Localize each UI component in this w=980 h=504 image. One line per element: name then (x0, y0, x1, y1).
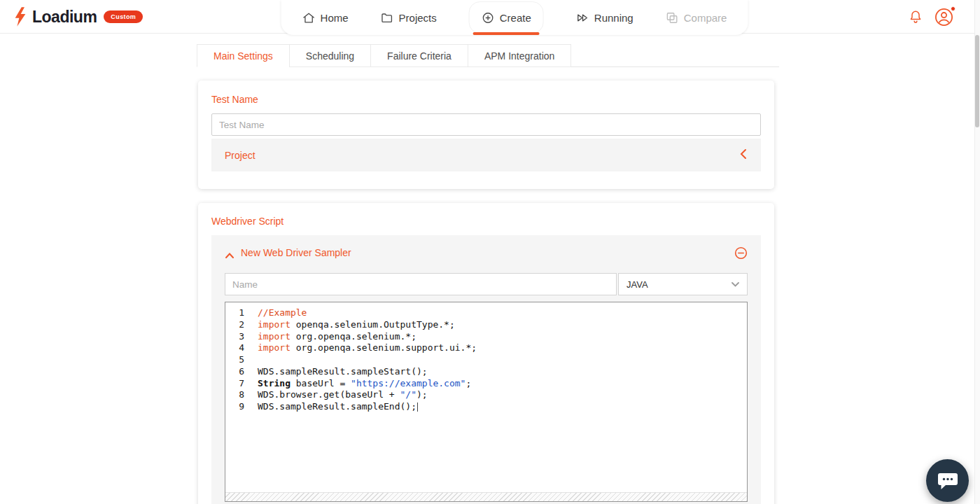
notification-dot (951, 6, 955, 11)
tab-failure-criteria[interactable]: Failure Criteria (370, 44, 468, 67)
overlap-squares-icon (666, 11, 679, 24)
notifications-button[interactable] (908, 9, 923, 24)
code-token-comment: //Example (258, 307, 307, 318)
code-token-type: String (258, 378, 290, 388)
code-token-keyword: import (258, 331, 290, 342)
line-number: 3 (225, 331, 244, 343)
test-name-input[interactable] (211, 113, 761, 136)
code-token-keyword: import (258, 342, 290, 353)
nav-item-home[interactable]: Home (302, 1, 349, 34)
line-number: 2 (225, 319, 244, 331)
sampler-name-input[interactable] (225, 273, 617, 295)
folder-icon (381, 11, 394, 24)
loadium-logo-icon (13, 6, 28, 27)
nav-label: Running (594, 12, 634, 24)
code-line: 3import org.openqa.selenium.*; (225, 331, 747, 343)
code-line-content: //Example (258, 307, 307, 319)
code-token-string: "/" (400, 389, 416, 400)
code-line: 8WDS.browser.get(baseUrl + "/"); (225, 389, 747, 401)
sampler-header: New Web Driver Sampler (225, 244, 748, 262)
code-line-content: WDS.browser.get(baseUrl + "/"); (258, 389, 428, 401)
user-menu-button[interactable] (934, 8, 953, 27)
editor-resize-handle[interactable] (225, 492, 747, 501)
chevron-left-icon (739, 148, 748, 162)
brand-name: Loadium (32, 8, 97, 27)
language-selected-value: JAVA (626, 279, 648, 290)
project-label: Project (225, 150, 255, 161)
page: Loadium Custom Home Projects Create Runn… (0, 0, 980, 504)
line-number: 7 (225, 378, 244, 390)
text-cursor (417, 402, 418, 412)
tab-apm-integration[interactable]: APM Integration (468, 44, 571, 67)
code-token-plain: org.openqa.selenium.support.ui.*; (290, 342, 477, 353)
plus-circle-icon (482, 11, 495, 24)
chat-launcher-button[interactable] (926, 459, 969, 502)
page-scrollbar (974, 0, 980, 504)
nav-item-create[interactable]: Create (469, 1, 544, 34)
nav-item-projects[interactable]: Projects (381, 1, 437, 34)
code-editor[interactable]: 1//Example2import openqa.selenium.Output… (225, 302, 748, 502)
code-line-content: WDS.sampleResult.sampleStart(); (258, 366, 428, 378)
code-line-content: import openqa.selenium.OutputType.*; (258, 319, 455, 331)
code-line: 2import openqa.selenium.OutputType.*; (225, 319, 747, 331)
nav-item-running[interactable]: Running (576, 1, 634, 34)
sampler-title: New Web Driver Sampler (241, 247, 351, 258)
language-select[interactable]: JAVA (618, 273, 748, 295)
code-token-plain: WDS.browser.get(baseUrl + (258, 389, 400, 400)
nav-label: Create (500, 12, 531, 24)
code-line: 4import org.openqa.selenium.support.ui.*… (225, 342, 747, 354)
code-line: 5 (225, 354, 747, 366)
tab-main-settings[interactable]: Main Settings (197, 44, 290, 67)
code-token-plain: ); (416, 389, 428, 400)
chat-bubble-icon (937, 471, 958, 491)
nav-item-compare[interactable]: Compare (666, 1, 727, 34)
code-token-keyword: import (258, 319, 290, 330)
line-number: 4 (225, 342, 244, 354)
brand[interactable]: Loadium Custom (13, 0, 143, 34)
nav-label: Compare (684, 12, 727, 24)
code-line-content: import org.openqa.selenium.support.ui.*; (258, 342, 477, 354)
code-line-content: WDS.sampleResult.sampleEnd(); (258, 401, 418, 413)
code-token-plain: WDS.sampleResult.sampleEnd(); (258, 401, 416, 412)
chevron-up-icon[interactable] (225, 249, 234, 256)
chevron-down-icon (732, 282, 739, 287)
sampler-panel: New Web Driver Sampler JAVA 1//Example2i… (211, 235, 761, 504)
test-name-title: Test Name (211, 94, 761, 105)
code-editor-lines: 1//Example2import openqa.selenium.Output… (225, 307, 747, 413)
code-line: 1//Example (225, 307, 747, 319)
home-icon (302, 11, 316, 24)
project-accordion[interactable]: Project (211, 139, 761, 172)
nav-right (908, 0, 953, 34)
top-navbar: Loadium Custom Home Projects Create Runn… (0, 0, 980, 34)
tab-scheduling[interactable]: Scheduling (289, 44, 371, 67)
bell-icon (908, 9, 923, 24)
code-token-plain: baseUrl = (290, 378, 351, 388)
nav-label: Home (321, 12, 349, 24)
code-line-content: String baseUrl = "https://example.com"; (258, 378, 471, 390)
test-name-card: Test Name Project (198, 80, 774, 189)
code-line: 6WDS.sampleResult.sampleStart(); (225, 366, 747, 378)
webdriver-script-title: Webdriver Script (211, 216, 761, 227)
code-line-content: import org.openqa.selenium.*; (258, 331, 416, 343)
code-token-plain: ; (465, 378, 471, 388)
sampler-inputs-row: JAVA (225, 273, 748, 295)
code-token-plain: openqa.selenium.OutputType.*; (290, 319, 455, 330)
code-line: 7String baseUrl = "https://example.com"; (225, 378, 747, 390)
webdriver-script-card: Webdriver Script New Web Driver Sampler … (198, 203, 774, 504)
custom-badge: Custom (104, 10, 143, 23)
main-nav: Home Projects Create Running Compare (281, 0, 748, 35)
scrollbar-thumb[interactable] (975, 35, 979, 127)
code-token-string: "https://example.com" (351, 378, 465, 388)
line-number: 5 (225, 354, 244, 366)
fast-forward-icon (576, 11, 589, 24)
minus-circle-icon[interactable] (734, 246, 748, 260)
code-token-plain: org.openqa.selenium.*; (290, 331, 416, 342)
nav-label: Projects (399, 12, 437, 24)
settings-tab-strip: Main Settings Scheduling Failure Criteri… (197, 43, 779, 67)
line-number: 6 (225, 366, 244, 378)
code-line: 9WDS.sampleResult.sampleEnd(); (225, 401, 747, 413)
code-token-plain: WDS.sampleResult.sampleStart(); (258, 366, 428, 377)
line-number: 8 (225, 389, 244, 401)
line-number: 9 (225, 401, 244, 413)
line-number: 1 (225, 307, 244, 319)
